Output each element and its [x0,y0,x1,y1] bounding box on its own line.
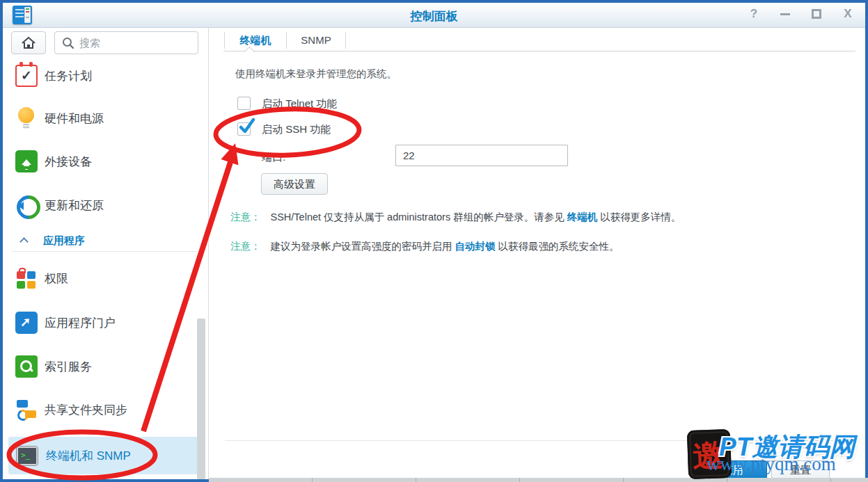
apply-button[interactable]: 应用 [699,460,767,480]
folder-sync-icon [15,399,38,421]
home-icon [21,36,36,50]
sidebar: 任务计划 硬件和电源 外接设备 更新和还原 应用程序 权限 应用程序门户 索引服… [3,28,209,479]
sidebar-section-applications[interactable]: 应用程序 [3,230,199,251]
maximize-icon[interactable] [810,8,823,20]
home-button[interactable] [11,31,46,54]
calendar-check-icon [15,65,38,87]
close-icon[interactable]: X [842,8,854,20]
privileges-icon [15,267,38,289]
port-label: 端口: [262,151,285,164]
ssh-checkbox[interactable] [237,122,251,136]
ssh-checkbox-label[interactable]: 启动 SSH 功能 [262,123,331,136]
sidebar-item-hardware-power[interactable]: 硬件和电源 [3,103,199,134]
telnet-checkbox-label[interactable]: 启动 Telnet 功能 [262,97,337,111]
search-box[interactable] [54,31,198,54]
search-icon [62,37,74,49]
external-device-icon [15,150,38,172]
auto-block-link[interactable]: 自动封锁 [455,241,496,252]
help-icon[interactable]: ? [748,8,760,20]
tab-terminal[interactable]: 终端机 [225,29,286,51]
sidebar-item-shared-folder-sync[interactable]: 共享文件夹同步 [3,394,199,425]
minimize-icon[interactable] [779,8,791,20]
footer-divider [225,440,855,441]
note-admin-login: 注意：SSH/Telnet 仅支持从属于 administrators 群组的帐… [230,211,681,224]
sidebar-item-external-devices[interactable]: 外接设备 [3,146,199,177]
sidebar-item-privileges[interactable]: 权限 [3,263,199,294]
sidebar-scrollbar[interactable] [197,319,205,479]
titlebar: 控制面板 ? X [3,3,865,28]
update-restore-icon [15,194,38,216]
advanced-settings-button[interactable]: 高级设置 [261,173,328,195]
sidebar-item-terminal-snmp[interactable]: 终端机和 SNMP [8,437,198,474]
search-input[interactable] [79,37,184,49]
lightbulb-icon [15,107,38,129]
sidebar-item-task-scheduler[interactable]: 任务计划 [3,61,199,91]
background-window-sliver [209,478,868,482]
sidebar-item-application-portal[interactable]: 应用程序门户 [3,307,199,338]
tab-snmp[interactable]: SNMP [287,29,345,51]
terminal-description: 使用终端机来登录并管理您的系统。 [235,67,397,81]
terminal-help-link[interactable]: 终端机 [567,211,598,223]
chevron-up-icon [19,237,29,246]
reset-button[interactable]: 重置 [771,460,830,480]
note-security: 注意：建议为登录帐户设置高强度的密码并启用 自动封锁 以获得最强的系统安全性。 [230,240,620,253]
window-title: 控制面板 [3,8,865,24]
index-service-icon [15,355,38,378]
tab-divider [223,51,855,51]
main-panel: 终端机 SNMP 使用终端机来登录并管理您的系统。 启动 Telnet 功能 启… [210,28,865,479]
telnet-checkbox[interactable] [237,97,251,110]
sidebar-item-indexing-service[interactable]: 索引服务 [3,351,199,382]
port-input[interactable] [395,145,568,166]
sidebar-divider [11,251,200,252]
app-portal-icon [15,312,38,334]
sidebar-item-update-restore[interactable]: 更新和还原 [3,190,199,220]
checkmark-icon [239,119,257,137]
terminal-icon [17,447,38,465]
